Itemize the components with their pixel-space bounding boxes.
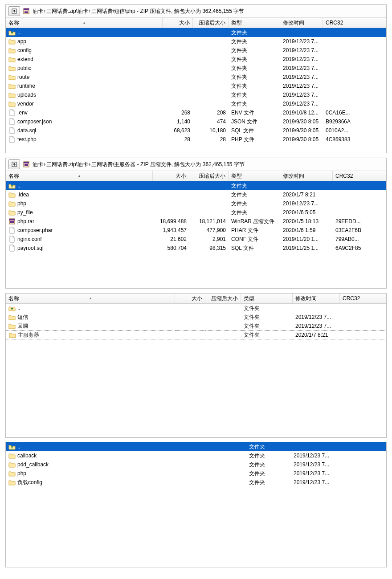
- archive-icon: [23, 161, 30, 168]
- header-name[interactable]: 名称▴: [6, 294, 175, 303]
- list-row[interactable]: php文件夹2019/12/23 7...: [6, 469, 386, 478]
- file-time: 2019/9/30 8:05: [280, 135, 323, 144]
- file-packed: 2,901: [189, 235, 229, 244]
- list-row[interactable]: app文件夹2019/12/23 7...: [6, 37, 386, 46]
- header-size[interactable]: 大小: [163, 18, 193, 28]
- list-row[interactable]: nginx.conf21,6022,901CONF 文件2019/11/20 1…: [6, 235, 386, 244]
- list-row[interactable]: composer.phar1,943,457477,900PHAR 文件2020…: [6, 226, 386, 235]
- header-time[interactable]: 修改时间: [280, 171, 333, 181]
- folder-icon: [8, 73, 16, 81]
- file-type: 文件夹: [229, 190, 280, 199]
- file-name: vendor: [17, 99, 34, 108]
- file-time: 2020/1/7 8:21: [293, 330, 340, 339]
- list-row[interactable]: config文件夹2019/12/23 7...: [6, 46, 386, 55]
- list-row[interactable]: extend文件夹2019/12/23 7...: [6, 55, 386, 64]
- header-crc[interactable]: CRC32: [340, 294, 386, 303]
- list-row[interactable]: data.sql68,62310,180SQL 文件2019/9/30 8:05…: [6, 126, 386, 135]
- folder-icon: [8, 452, 16, 459]
- list-row[interactable]: php.rar18,699,48818,121,014WinRAR 压缩文件20…: [6, 217, 386, 226]
- header-type[interactable]: 类型: [229, 18, 280, 28]
- header-packed[interactable]: 压缩后大小: [193, 18, 229, 28]
- archive-panel-1: 油卡+三网话费.zip\油卡+三网话费\短信\php - ZIP 压缩文件, 解…: [5, 4, 387, 153]
- header-packed[interactable]: 压缩后大小: [189, 171, 229, 181]
- folder-icon: [8, 200, 16, 207]
- folder-icon: [9, 331, 16, 338]
- header-size[interactable]: 大小: [175, 294, 205, 303]
- file-name: route: [17, 73, 29, 82]
- file-time: 2019/12/23 7...: [280, 90, 323, 99]
- file-size: 580,704: [153, 244, 189, 253]
- list-row[interactable]: public文件夹2019/12/23 7...: [6, 64, 386, 73]
- list-row[interactable]: ..文件夹: [6, 304, 386, 313]
- file-name: runtime: [17, 82, 35, 90]
- list-row[interactable]: ..文件夹: [6, 442, 386, 451]
- list-row[interactable]: php文件夹2019/12/23 7...: [6, 199, 386, 208]
- file-type: 文件夹: [229, 199, 280, 208]
- up-dir-icon: [8, 305, 16, 312]
- list-row[interactable]: 短信文件夹2019/12/23 7...: [6, 313, 386, 322]
- file-crc: 6A9C2F85: [333, 244, 386, 253]
- file-packed: 10,180: [193, 126, 229, 135]
- up-dir-button[interactable]: [8, 159, 20, 169]
- file-name: php.rar: [17, 217, 34, 226]
- file-size: 28: [163, 135, 193, 144]
- list-row[interactable]: composer.json1,140474JSON 文件2019/9/30 8:…: [6, 117, 386, 126]
- list-row[interactable]: route文件夹2019/12/23 7...: [6, 73, 386, 82]
- header-crc[interactable]: CRC32: [333, 171, 386, 181]
- list-row[interactable]: callback文件夹2019/12/23 7...: [6, 451, 386, 460]
- file-time: 2019/9/30 8:05: [280, 126, 323, 135]
- file-crc: 4C869383: [323, 135, 386, 144]
- file-name: uploads: [17, 90, 36, 99]
- file-name: pdd_callback: [17, 460, 49, 469]
- file-time: 2019/12/23 7...: [280, 82, 323, 90]
- titlebar: 油卡+三网话费.zip\油卡+三网话费\主服务器 - ZIP 压缩文件, 解包大…: [6, 158, 386, 171]
- list-row[interactable]: pdd_callback文件夹2019/12/23 7...: [6, 460, 386, 469]
- up-dir-icon: [8, 182, 16, 189]
- file-size: 1,140: [163, 117, 193, 126]
- file-name: py_file: [17, 208, 33, 217]
- folder-icon: [8, 82, 16, 90]
- header-name[interactable]: 名称▴: [6, 18, 163, 28]
- list-row[interactable]: 回调文件夹2019/12/23 7...: [6, 322, 386, 330]
- header-type[interactable]: 类型: [229, 171, 280, 181]
- file-size: 1,943,457: [153, 226, 189, 235]
- header-time[interactable]: 修改时间: [280, 18, 323, 28]
- list-row[interactable]: .idea文件夹2020/1/7 8:21: [6, 190, 386, 199]
- header-name[interactable]: 名称▴: [6, 171, 153, 181]
- header-size[interactable]: 大小: [153, 171, 189, 181]
- header-crc[interactable]: CRC32: [323, 18, 386, 28]
- file-type: 文件夹: [229, 99, 280, 108]
- file-type: 文件夹: [229, 55, 280, 64]
- file-time: 2019/12/23 7...: [280, 37, 323, 46]
- list-row[interactable]: runtime文件夹2019/12/23 7...: [6, 82, 386, 90]
- file-time: 2019/12/23 7...: [293, 313, 340, 322]
- list-row[interactable]: py_file文件夹2020/1/6 5:05: [6, 208, 386, 217]
- file-size: 68,623: [163, 126, 193, 135]
- list-row[interactable]: .env268208ENV 文件2019/10/8 12...0CA16E...: [6, 108, 386, 117]
- header-time[interactable]: 修改时间: [293, 294, 340, 303]
- header-type[interactable]: 类型: [241, 294, 293, 303]
- file-time: 2019/12/23 7...: [291, 469, 340, 478]
- rar-archive-icon: [8, 218, 16, 225]
- file-type: 文件夹: [229, 28, 280, 37]
- list-row[interactable]: 负载config文件夹2019/12/23 7...: [6, 478, 386, 487]
- list-row[interactable]: ..文件夹: [6, 181, 386, 190]
- list-row[interactable]: ..文件夹: [6, 28, 386, 37]
- list-row[interactable]: uploads文件夹2019/12/23 7...: [6, 90, 386, 99]
- file-crc: 0CA16E...: [323, 108, 386, 117]
- file-type: 文件夹: [229, 82, 280, 90]
- file-time: 2019/12/23 7...: [280, 73, 323, 82]
- up-dir-button[interactable]: [8, 6, 20, 16]
- list-row[interactable]: vendor文件夹2019/12/23 7...: [6, 99, 386, 108]
- list-row[interactable]: 主服务器文件夹2020/1/7 8:21: [6, 330, 386, 339]
- header-packed[interactable]: 压缩后大小: [205, 294, 241, 303]
- folder-icon: [8, 461, 16, 468]
- titlebar: 油卡+三网话费.zip\油卡+三网话费\短信\php - ZIP 压缩文件, 解…: [6, 5, 386, 18]
- list-row[interactable]: payroot.sql580,70498,315SQL 文件2019/11/25…: [6, 244, 386, 253]
- file-type: WinRAR 压缩文件: [229, 217, 280, 226]
- file-time: 2019/12/23 7...: [280, 199, 333, 208]
- list-row[interactable]: test.php2828PHP 文件2019/9/30 8:054C869383: [6, 135, 386, 144]
- up-dir-icon: [8, 443, 16, 450]
- file-crc: 29EEDD...: [333, 217, 386, 226]
- file-time: 2019/12/23 7...: [280, 55, 323, 64]
